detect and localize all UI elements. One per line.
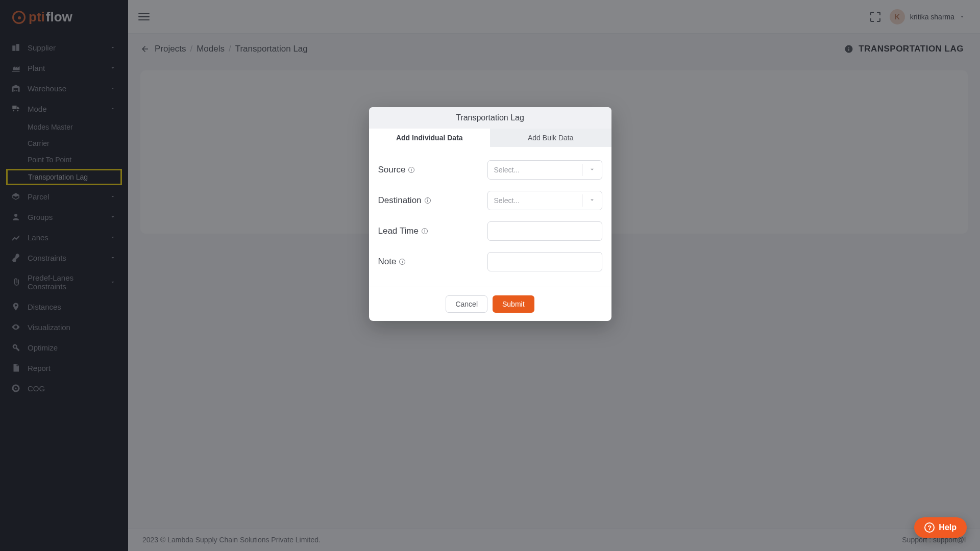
question-icon: ?: [924, 522, 935, 533]
field-row-lead-time: Lead Time i: [378, 221, 602, 241]
source-label: Source i: [378, 165, 480, 175]
modal-body: Source i Select... Destination i Select.…: [369, 147, 611, 287]
submit-button[interactable]: Submit: [493, 295, 534, 313]
tab-add-individual-data[interactable]: Add Individual Data: [369, 129, 491, 147]
note-label: Note i: [378, 257, 480, 267]
chevron-down-icon: [589, 196, 596, 205]
field-row-source: Source i Select...: [378, 160, 602, 180]
destination-label: Destination i: [378, 195, 480, 206]
lead-time-input[interactable]: [487, 221, 602, 241]
transportation-lag-modal: Transportation Lag Add Individual Data A…: [369, 107, 611, 321]
modal-footer: Cancel Submit: [369, 287, 611, 321]
destination-select[interactable]: Select...: [487, 191, 602, 210]
select-placeholder: Select...: [494, 166, 520, 174]
tab-add-bulk-data[interactable]: Add Bulk Data: [490, 129, 611, 147]
modal-overlay: Transportation Lag Add Individual Data A…: [0, 0, 980, 551]
note-input[interactable]: [487, 252, 602, 271]
modal-tabs: Add Individual Data Add Bulk Data: [369, 129, 611, 147]
chevron-down-icon: [589, 166, 596, 174]
help-icon[interactable]: i: [425, 197, 431, 204]
help-icon[interactable]: i: [422, 228, 428, 234]
modal-title: Transportation Lag: [369, 107, 611, 129]
lead-time-label: Lead Time i: [378, 226, 480, 236]
field-row-destination: Destination i Select...: [378, 191, 602, 210]
source-select[interactable]: Select...: [487, 160, 602, 180]
help-fab[interactable]: ? Help: [914, 517, 967, 538]
help-icon[interactable]: i: [399, 259, 405, 265]
cancel-button[interactable]: Cancel: [446, 295, 487, 313]
field-row-note: Note i: [378, 252, 602, 271]
help-icon[interactable]: i: [408, 167, 414, 173]
select-placeholder: Select...: [494, 196, 520, 205]
help-label: Help: [939, 523, 957, 532]
